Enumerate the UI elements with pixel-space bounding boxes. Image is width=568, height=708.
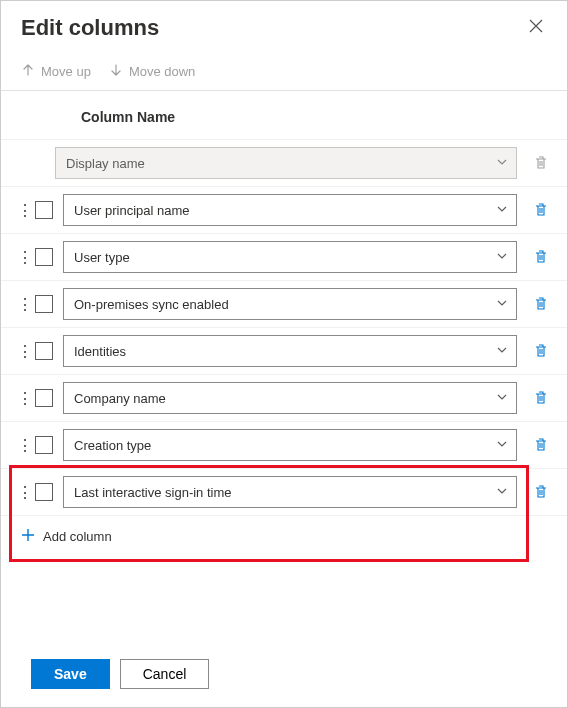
column-row: ⋮⋮ On-premises sync enabled [1,280,567,327]
chevron-down-icon [496,297,508,312]
move-up-button[interactable]: Move up [21,63,91,80]
move-down-button[interactable]: Move down [109,63,195,80]
close-icon[interactable] [525,15,547,41]
row-checkbox[interactable] [35,248,53,266]
chevron-down-icon [496,203,508,218]
chevron-down-icon [496,391,508,406]
chevron-down-icon [496,344,508,359]
add-column-label: Add column [43,529,112,544]
column-select-value: Company name [74,391,166,406]
column-row: ⋮⋮ Creation type [1,421,567,468]
plus-icon [21,528,35,545]
panel-title: Edit columns [21,15,159,41]
row-checkbox[interactable] [35,389,53,407]
column-select-value: Creation type [74,438,151,453]
column-row: ⋮⋮ Identities [1,327,567,374]
column-select[interactable]: User principal name [63,194,517,226]
drag-handle-icon[interactable]: ⋮⋮ [17,483,25,502]
column-name-header: Column Name [1,91,567,139]
chevron-down-icon [496,438,508,453]
column-select[interactable]: Creation type [63,429,517,461]
column-select[interactable]: User type [63,241,517,273]
column-select-value: User principal name [74,203,190,218]
drag-handle-icon[interactable]: ⋮⋮ [17,201,25,220]
arrow-up-icon [21,63,35,80]
chevron-down-icon [496,250,508,265]
add-column-button[interactable]: Add column [1,515,567,557]
chevron-down-icon [496,156,508,171]
column-select[interactable]: Company name [63,382,517,414]
delete-column-button[interactable] [527,249,555,265]
delete-column-button [527,155,555,171]
column-select-locked: Display name [55,147,517,179]
column-select[interactable]: Identities [63,335,517,367]
delete-column-button[interactable] [527,343,555,359]
drag-handle-icon[interactable]: ⋮⋮ [17,248,25,267]
row-checkbox[interactable] [35,342,53,360]
column-select[interactable]: On-premises sync enabled [63,288,517,320]
chevron-down-icon [496,485,508,500]
row-checkbox[interactable] [35,436,53,454]
row-checkbox[interactable] [35,201,53,219]
column-select-value: User type [74,250,130,265]
column-select-value: On-premises sync enabled [74,297,229,312]
move-down-label: Move down [129,64,195,79]
row-checkbox[interactable] [35,295,53,313]
arrow-down-icon [109,63,123,80]
column-select-value: Display name [66,156,145,171]
delete-column-button[interactable] [527,296,555,312]
delete-column-button[interactable] [527,437,555,453]
column-row: ⋮⋮ User type [1,233,567,280]
column-row: ⋮⋮ User principal name [1,186,567,233]
drag-handle-icon[interactable]: ⋮⋮ [17,436,25,455]
delete-column-button[interactable] [527,390,555,406]
column-row: ⋮⋮ Last interactive sign-in time [1,468,567,515]
column-select-value: Identities [74,344,126,359]
column-select[interactable]: Last interactive sign-in time [63,476,517,508]
drag-handle-icon[interactable]: ⋮⋮ [17,295,25,314]
cancel-button[interactable]: Cancel [120,659,210,689]
row-checkbox[interactable] [35,483,53,501]
save-button[interactable]: Save [31,659,110,689]
column-select-value: Last interactive sign-in time [74,485,232,500]
move-up-label: Move up [41,64,91,79]
column-list: Display name ⋮⋮ User principal name ⋮⋮ [1,139,567,557]
delete-column-button[interactable] [527,484,555,500]
column-row: ⋮⋮ Company name [1,374,567,421]
drag-handle-icon[interactable]: ⋮⋮ [17,342,25,361]
drag-handle-icon[interactable]: ⋮⋮ [17,389,25,408]
delete-column-button[interactable] [527,202,555,218]
